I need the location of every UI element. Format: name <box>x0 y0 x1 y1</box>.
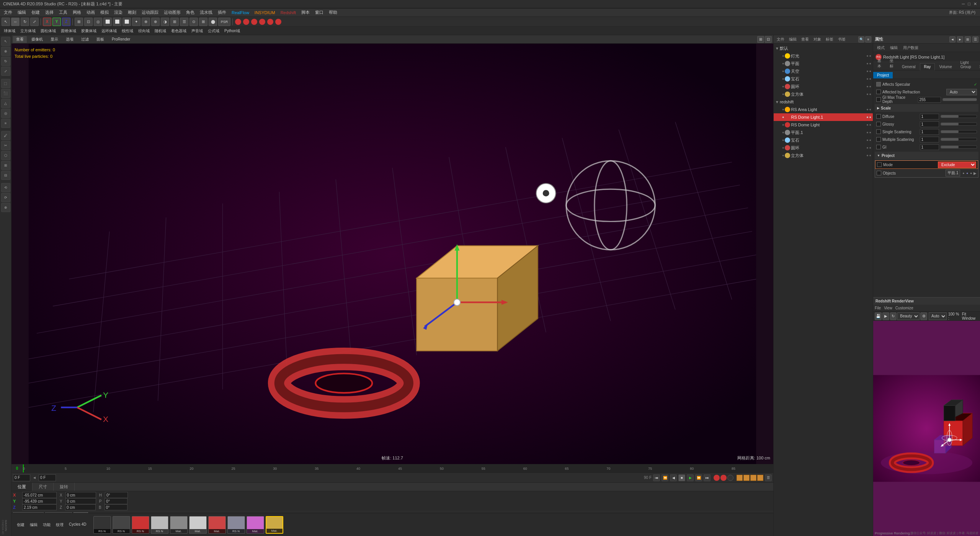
rv-menu-file[interactable]: File <box>875 306 881 310</box>
render-btn4[interactable] <box>259 19 265 25</box>
sidebar-tool-9[interactable]: ≡ <box>1 119 10 128</box>
glossy-input[interactable] <box>920 121 939 127</box>
scene-filter-btn[interactable]: ≡ <box>865 36 871 42</box>
transport-goto-end[interactable]: ⏭ <box>704 474 710 481</box>
scene-menu-bookmark[interactable]: 书签 <box>836 36 847 43</box>
domain-capsule[interactable]: 胶囊体域 <box>79 28 99 34</box>
close-btn[interactable]: ✕ <box>973 2 977 7</box>
scene-item-plane[interactable]: ● 平面 ● ● <box>774 60 873 67</box>
mat-swatch-9[interactable]: Mat. <box>266 516 283 534</box>
transport-play-back[interactable]: ◀ <box>670 474 677 481</box>
sidebar-tool-7[interactable]: △ <box>1 99 10 108</box>
viewport-3d[interactable]: Y X Z Number of emitters: 0 Total live p… <box>11 44 773 464</box>
rv-settings-btn[interactable]: ⚙ <box>920 312 927 320</box>
menu-script[interactable]: 脚本 <box>299 9 312 16</box>
menu-file[interactable]: 文件 <box>2 9 15 16</box>
props-btn-3[interactable]: ⊞ <box>965 36 971 42</box>
scene-search-btn[interactable]: 🔍 <box>858 36 864 42</box>
sidebar-tool-15[interactable]: ⟲ <box>1 183 10 192</box>
props-tab-lightgroup[interactable]: Light Group <box>956 59 975 70</box>
vp-tab-display[interactable]: 显示 <box>47 36 61 43</box>
mat-swatch-1[interactable]: RS N <box>113 516 130 534</box>
size-z-input[interactable] <box>65 504 96 510</box>
sidebar-tool-10[interactable]: 🖊 <box>1 131 10 140</box>
sidebar-tool-1[interactable]: ↖ <box>1 37 10 46</box>
scene-item-rs-dome-light-1[interactable]: ● RS Dome Light.1 ● ● <box>774 113 873 121</box>
menu-create[interactable]: 创建 <box>29 9 42 16</box>
menu-window[interactable]: 窗口 <box>313 9 326 16</box>
menu-simulate[interactable]: 模拟 <box>98 9 111 16</box>
menu-render[interactable]: 渲染 <box>112 9 125 16</box>
mat-swatch-2[interactable]: RS N <box>132 516 149 534</box>
domain-cube[interactable]: 立方体域 <box>18 28 38 34</box>
sidebar-tool-4[interactable]: ⤢ <box>1 67 10 76</box>
diffuse-input[interactable] <box>920 114 939 119</box>
key-btn4[interactable] <box>757 475 763 481</box>
transform-tab-pos[interactable]: 位置 <box>11 483 33 491</box>
menu-select[interactable]: 选择 <box>43 9 56 16</box>
axis-y[interactable]: Y <box>52 18 61 26</box>
vp-btn-1[interactable]: ⊞ <box>757 36 764 43</box>
diffuse-checkbox[interactable] <box>876 114 881 119</box>
props-btn-2[interactable]: ► <box>957 36 963 42</box>
vp-tab-options[interactable]: 选项 <box>63 36 77 43</box>
diffuse-slider[interactable] <box>941 115 977 118</box>
menu-sculpt[interactable]: 雕刻 <box>126 9 139 16</box>
timeline-scrubber[interactable]: 051015202530354045505560657075808590 <box>23 464 773 472</box>
rot-p-input[interactable] <box>105 498 127 504</box>
affected-refraction-checkbox[interactable] <box>876 90 881 94</box>
sidebar-tool-8[interactable]: ◎ <box>1 109 10 118</box>
rot-h-input[interactable] <box>105 492 128 498</box>
multi-scatter-checkbox[interactable] <box>876 137 881 142</box>
scene-menu-object[interactable]: 对象 <box>812 36 823 43</box>
single-scatter-input[interactable] <box>920 129 939 135</box>
props-btn-1[interactable]: ◄ <box>949 36 956 42</box>
pos-z-input[interactable] <box>22 504 57 510</box>
tool-6[interactable]: ◎ <box>94 18 102 26</box>
render-btn1[interactable] <box>235 19 241 25</box>
scene-item-plane-1[interactable]: ● 平面.1 ● ● <box>774 129 873 136</box>
vp-tab-view[interactable]: 查看 <box>13 36 27 43</box>
objects-expand-btn[interactable]: ▶ <box>973 171 977 175</box>
objects-checkbox[interactable] <box>877 171 881 175</box>
props-tab-ray[interactable]: Ray <box>920 63 935 70</box>
domain-sphere[interactable]: 球体域 <box>2 28 18 34</box>
rv-beauty-select[interactable]: Beauty <box>897 312 920 320</box>
axis-z[interactable]: Z <box>62 18 70 26</box>
menu-realflow[interactable]: RealFlow <box>229 10 252 16</box>
glossy-slider[interactable] <box>941 123 977 126</box>
transform-tab-rot[interactable]: 旋转 <box>54 483 75 491</box>
sidebar-tool-13[interactable]: ⊞ <box>1 161 10 170</box>
sidebar-tool-17[interactable]: ⊕ <box>1 203 10 212</box>
maximize-btn[interactable]: □ <box>968 2 970 7</box>
menu-character[interactable]: 角色 <box>184 9 197 16</box>
mat-swatch-3[interactable]: RS N <box>151 516 168 534</box>
scene-item-gem[interactable]: ● 宝石 ● ● <box>774 75 873 83</box>
domain-torus[interactable]: 远环体域 <box>99 28 119 34</box>
rv-refresh-btn[interactable]: ↻ <box>890 312 897 320</box>
scene-menu-view[interactable]: 查看 <box>800 36 810 43</box>
tool-psr[interactable]: PSR <box>218 18 230 26</box>
gi-max-trace-checkbox[interactable] <box>876 97 881 102</box>
scene-item-torus-2[interactable]: ● 圆环 ● ● <box>774 144 873 152</box>
props-tab-volume[interactable]: Volume <box>935 63 956 70</box>
menu-motiontrack[interactable]: 运动跟踪 <box>139 9 161 16</box>
tool-4[interactable]: ⊞ <box>75 18 83 26</box>
tool-9[interactable]: ⬜ <box>122 18 131 26</box>
vp-tab-camera[interactable]: 摄像机 <box>28 36 46 43</box>
sidebar-tool-2[interactable]: ⊕ <box>1 47 10 56</box>
domain-cylinder[interactable]: 圆柱体域 <box>38 28 58 34</box>
scene-menu-edit[interactable]: 编辑 <box>787 36 798 43</box>
vp-tab-panel[interactable]: 面板 <box>93 36 107 43</box>
tool-11[interactable]: ⊕ <box>142 18 150 26</box>
mat-tab-texture[interactable]: 纹理 <box>54 521 66 528</box>
domain-python[interactable]: Python域 <box>222 28 242 34</box>
sidebar-tool-3[interactable]: ↻ <box>1 57 10 66</box>
gi-checkbox[interactable] <box>876 145 881 149</box>
single-scatter-checkbox[interactable] <box>876 129 881 134</box>
current-frame-input[interactable] <box>13 474 30 481</box>
mat-swatch-8[interactable]: Mat. <box>247 516 264 534</box>
menu-pipeline[interactable]: 流水线 <box>198 9 215 16</box>
vp-tab-filter[interactable]: 过滤 <box>78 36 92 43</box>
domain-random[interactable]: 随机域 <box>152 28 168 34</box>
